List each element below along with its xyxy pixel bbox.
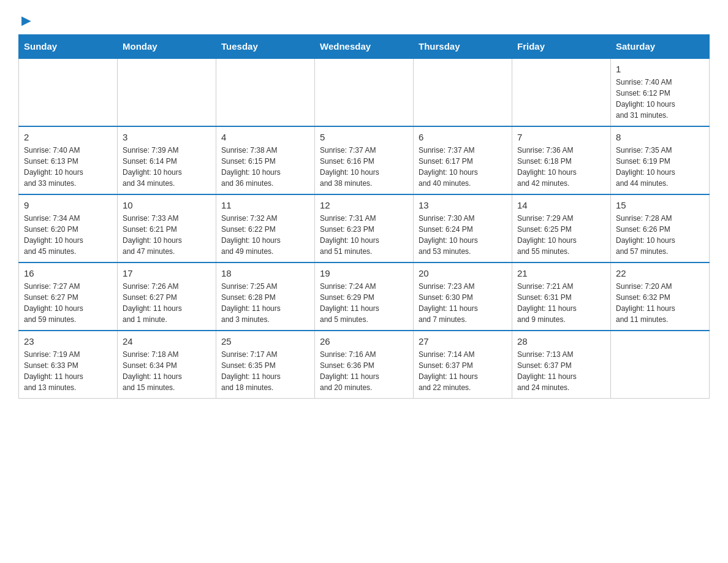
- calendar-week-3: 9Sunrise: 7:34 AM Sunset: 6:20 PM Daylig…: [19, 194, 710, 262]
- calendar-cell: 22Sunrise: 7:20 AM Sunset: 6:32 PM Dayli…: [611, 262, 710, 331]
- calendar-cell: 2Sunrise: 7:40 AM Sunset: 6:13 PM Daylig…: [19, 126, 118, 194]
- calendar-cell: 13Sunrise: 7:30 AM Sunset: 6:24 PM Dayli…: [414, 194, 512, 262]
- calendar-cell: 1Sunrise: 7:40 AM Sunset: 6:12 PM Daylig…: [611, 58, 710, 126]
- calendar-cell: [19, 58, 118, 126]
- calendar-cell: 19Sunrise: 7:24 AM Sunset: 6:29 PM Dayli…: [315, 262, 414, 331]
- day-number: 12: [320, 200, 408, 210]
- calendar-cell: [512, 58, 611, 126]
- day-info: Sunrise: 7:16 AM Sunset: 6:36 PM Dayligh…: [320, 349, 408, 393]
- page-header: ►: [18, 12, 710, 28]
- day-number: 10: [123, 200, 211, 210]
- day-info: Sunrise: 7:37 AM Sunset: 6:16 PM Dayligh…: [320, 145, 408, 189]
- calendar-cell: 17Sunrise: 7:26 AM Sunset: 6:27 PM Dayli…: [118, 262, 216, 331]
- day-number: 25: [221, 336, 309, 347]
- calendar-cell: 14Sunrise: 7:29 AM Sunset: 6:25 PM Dayli…: [512, 194, 611, 262]
- day-number: 22: [616, 268, 704, 278]
- calendar-cell: 23Sunrise: 7:19 AM Sunset: 6:33 PM Dayli…: [19, 331, 118, 399]
- day-info: Sunrise: 7:39 AM Sunset: 6:14 PM Dayligh…: [123, 145, 211, 189]
- col-header-friday: Friday: [512, 35, 611, 59]
- calendar-cell: [118, 58, 216, 126]
- day-number: 11: [221, 200, 309, 210]
- calendar-cell: 6Sunrise: 7:37 AM Sunset: 6:17 PM Daylig…: [414, 126, 512, 194]
- day-number: 4: [221, 132, 309, 142]
- day-info: Sunrise: 7:23 AM Sunset: 6:30 PM Dayligh…: [419, 281, 507, 325]
- calendar-cell: [216, 58, 315, 126]
- day-info: Sunrise: 7:30 AM Sunset: 6:24 PM Dayligh…: [419, 213, 507, 257]
- calendar-cell: 20Sunrise: 7:23 AM Sunset: 6:30 PM Dayli…: [414, 262, 512, 331]
- calendar-cell: 26Sunrise: 7:16 AM Sunset: 6:36 PM Dayli…: [315, 331, 414, 399]
- day-info: Sunrise: 7:26 AM Sunset: 6:27 PM Dayligh…: [123, 281, 211, 325]
- calendar-cell: 28Sunrise: 7:13 AM Sunset: 6:37 PM Dayli…: [512, 331, 611, 399]
- col-header-monday: Monday: [118, 35, 216, 59]
- day-info: Sunrise: 7:33 AM Sunset: 6:21 PM Dayligh…: [123, 213, 211, 257]
- day-number: 9: [24, 200, 112, 210]
- col-header-wednesday: Wednesday: [315, 35, 414, 59]
- day-number: 16: [24, 268, 112, 278]
- calendar-cell: [414, 58, 512, 126]
- day-info: Sunrise: 7:17 AM Sunset: 6:35 PM Dayligh…: [221, 349, 309, 393]
- logo-general: ►: [18, 12, 34, 28]
- day-info: Sunrise: 7:14 AM Sunset: 6:37 PM Dayligh…: [419, 349, 507, 393]
- day-info: Sunrise: 7:32 AM Sunset: 6:22 PM Dayligh…: [221, 213, 309, 257]
- day-number: 26: [320, 336, 408, 347]
- day-number: 27: [419, 336, 507, 347]
- calendar-cell: [315, 58, 414, 126]
- day-info: Sunrise: 7:36 AM Sunset: 6:18 PM Dayligh…: [517, 145, 605, 189]
- day-number: 3: [123, 132, 211, 142]
- calendar-cell: 8Sunrise: 7:35 AM Sunset: 6:19 PM Daylig…: [611, 126, 710, 194]
- calendar-header-row: SundayMondayTuesdayWednesdayThursdayFrid…: [19, 35, 710, 59]
- calendar-cell: 15Sunrise: 7:28 AM Sunset: 6:26 PM Dayli…: [611, 194, 710, 262]
- day-info: Sunrise: 7:28 AM Sunset: 6:26 PM Dayligh…: [616, 213, 704, 257]
- day-info: Sunrise: 7:18 AM Sunset: 6:34 PM Dayligh…: [123, 349, 211, 393]
- day-number: 1: [616, 64, 704, 74]
- day-number: 15: [616, 200, 704, 210]
- calendar-cell: 24Sunrise: 7:18 AM Sunset: 6:34 PM Dayli…: [118, 331, 216, 399]
- day-info: Sunrise: 7:35 AM Sunset: 6:19 PM Dayligh…: [616, 145, 704, 189]
- calendar-week-2: 2Sunrise: 7:40 AM Sunset: 6:13 PM Daylig…: [19, 126, 710, 194]
- day-info: Sunrise: 7:31 AM Sunset: 6:23 PM Dayligh…: [320, 213, 408, 257]
- calendar-cell: 5Sunrise: 7:37 AM Sunset: 6:16 PM Daylig…: [315, 126, 414, 194]
- calendar-cell: 9Sunrise: 7:34 AM Sunset: 6:20 PM Daylig…: [19, 194, 118, 262]
- calendar-cell: 21Sunrise: 7:21 AM Sunset: 6:31 PM Dayli…: [512, 262, 611, 331]
- calendar-cell: 16Sunrise: 7:27 AM Sunset: 6:27 PM Dayli…: [19, 262, 118, 331]
- col-header-sunday: Sunday: [19, 35, 118, 59]
- day-info: Sunrise: 7:21 AM Sunset: 6:31 PM Dayligh…: [517, 281, 605, 325]
- day-number: 2: [24, 132, 112, 142]
- calendar-cell: 4Sunrise: 7:38 AM Sunset: 6:15 PM Daylig…: [216, 126, 315, 194]
- day-info: Sunrise: 7:38 AM Sunset: 6:15 PM Dayligh…: [221, 145, 309, 189]
- day-info: Sunrise: 7:13 AM Sunset: 6:37 PM Dayligh…: [517, 349, 605, 393]
- day-info: Sunrise: 7:37 AM Sunset: 6:17 PM Dayligh…: [419, 145, 507, 189]
- day-info: Sunrise: 7:19 AM Sunset: 6:33 PM Dayligh…: [24, 349, 112, 393]
- day-info: Sunrise: 7:34 AM Sunset: 6:20 PM Dayligh…: [24, 213, 112, 257]
- day-number: 24: [123, 336, 211, 347]
- day-number: 5: [320, 132, 408, 142]
- calendar-week-5: 23Sunrise: 7:19 AM Sunset: 6:33 PM Dayli…: [19, 331, 710, 399]
- day-number: 21: [517, 268, 605, 278]
- col-header-saturday: Saturday: [611, 35, 710, 59]
- calendar-cell: 25Sunrise: 7:17 AM Sunset: 6:35 PM Dayli…: [216, 331, 315, 399]
- day-number: 23: [24, 336, 112, 347]
- day-info: Sunrise: 7:24 AM Sunset: 6:29 PM Dayligh…: [320, 281, 408, 325]
- calendar-week-1: 1Sunrise: 7:40 AM Sunset: 6:12 PM Daylig…: [19, 58, 710, 126]
- col-header-tuesday: Tuesday: [216, 35, 315, 59]
- day-number: 14: [517, 200, 605, 210]
- calendar-table: SundayMondayTuesdayWednesdayThursdayFrid…: [18, 34, 710, 399]
- day-number: 8: [616, 132, 704, 142]
- calendar-cell: 12Sunrise: 7:31 AM Sunset: 6:23 PM Dayli…: [315, 194, 414, 262]
- day-info: Sunrise: 7:40 AM Sunset: 6:13 PM Dayligh…: [24, 145, 112, 189]
- calendar-cell: 11Sunrise: 7:32 AM Sunset: 6:22 PM Dayli…: [216, 194, 315, 262]
- calendar-cell: 18Sunrise: 7:25 AM Sunset: 6:28 PM Dayli…: [216, 262, 315, 331]
- calendar-cell: 7Sunrise: 7:36 AM Sunset: 6:18 PM Daylig…: [512, 126, 611, 194]
- day-number: 13: [419, 200, 507, 210]
- day-number: 20: [419, 268, 507, 278]
- day-number: 17: [123, 268, 211, 278]
- day-info: Sunrise: 7:29 AM Sunset: 6:25 PM Dayligh…: [517, 213, 605, 257]
- day-number: 7: [517, 132, 605, 142]
- day-number: 6: [419, 132, 507, 142]
- col-header-thursday: Thursday: [414, 35, 512, 59]
- calendar-cell: 10Sunrise: 7:33 AM Sunset: 6:21 PM Dayli…: [118, 194, 216, 262]
- calendar-week-4: 16Sunrise: 7:27 AM Sunset: 6:27 PM Dayli…: [19, 262, 710, 331]
- day-number: 28: [517, 336, 605, 347]
- calendar-cell: [611, 331, 710, 399]
- calendar-cell: 3Sunrise: 7:39 AM Sunset: 6:14 PM Daylig…: [118, 126, 216, 194]
